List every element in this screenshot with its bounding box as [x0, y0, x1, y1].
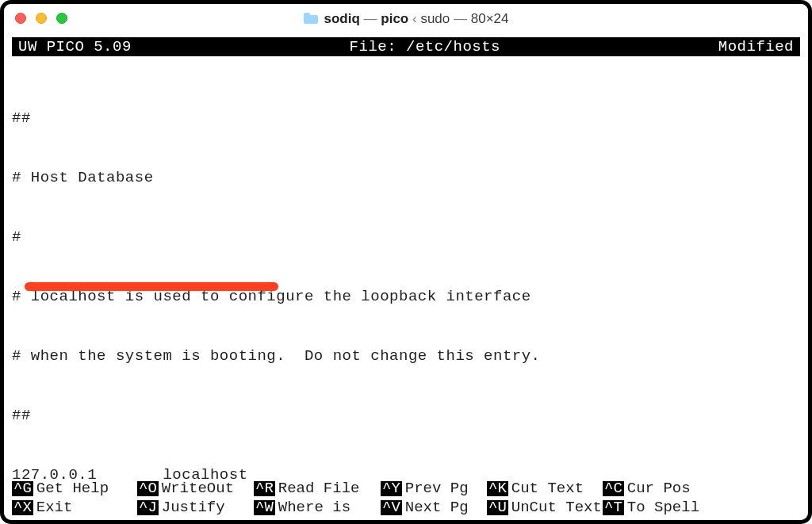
key-read-file[interactable]: ^RRead File — [254, 481, 381, 496]
key-code: ^W — [254, 500, 275, 515]
window-title: sodiq — pico ‹ sudo — 80×24 — [4, 12, 808, 25]
key-uncut-text[interactable]: ^UUnCut Text — [487, 500, 603, 515]
file-line: # — [12, 228, 800, 247]
key-exit[interactable]: ^XExit — [12, 500, 137, 515]
key-cur-pos[interactable]: ^CCur Pos — [603, 481, 718, 496]
terminal-window: sodiq — pico ‹ sudo — 80×24 UW PICO 5.09… — [0, 0, 812, 524]
maximize-button[interactable] — [56, 13, 67, 24]
key-label: Get Help — [33, 481, 109, 496]
key-justify[interactable]: ^JJustify — [137, 500, 254, 515]
file-line: # when the system is booting. Do not cha… — [12, 346, 800, 366]
editor-area[interactable]: UW PICO 5.09 File: /etc/hosts Modified #… — [12, 37, 800, 517]
key-code: ^R — [254, 481, 275, 496]
window-titlebar: sodiq — pico ‹ sudo — 80×24 — [4, 4, 808, 33]
annotation-underline — [25, 282, 278, 291]
key-code: ^O — [137, 481, 159, 496]
key-writeout[interactable]: ^OWriteOut — [137, 481, 254, 496]
pico-status: Modified — [718, 40, 794, 55]
key-label: Justify — [159, 500, 225, 515]
folder-icon — [304, 13, 318, 24]
key-code: ^U — [487, 500, 508, 515]
title-size: 80×24 — [471, 11, 509, 26]
title-folder: sodiq — [324, 11, 360, 26]
title-sep1: — — [364, 11, 381, 26]
key-code: ^Y — [381, 481, 402, 496]
key-code: ^X — [12, 500, 33, 515]
title-via: sudo — [420, 11, 450, 26]
key-label: WriteOut — [159, 481, 234, 496]
key-code: ^G — [12, 481, 33, 496]
key-label: Where is — [275, 500, 350, 515]
pico-file-label-text: File: — [350, 38, 397, 55]
pico-file-path: /etc/hosts — [406, 38, 500, 55]
title-process: pico — [381, 11, 408, 26]
minimize-button[interactable] — [36, 13, 47, 24]
key-label: Next Pg — [402, 500, 469, 515]
key-code: ^T — [603, 500, 624, 515]
key-label: UnCut Text — [508, 500, 602, 515]
key-code: ^J — [137, 500, 159, 515]
key-cut-text[interactable]: ^KCut Text — [487, 481, 603, 496]
key-code: ^K — [487, 481, 508, 496]
title-sep2: ‹ — [412, 11, 420, 26]
key-prev-pg[interactable]: ^YPrev Pg — [381, 481, 487, 496]
key-next-pg[interactable]: ^VNext Pg — [381, 500, 487, 515]
key-label: Read File — [275, 481, 360, 496]
close-button[interactable] — [15, 13, 26, 24]
traffic-lights — [15, 13, 67, 24]
key-get-help[interactable]: ^GGet Help — [12, 481, 137, 496]
pico-header-bar: UW PICO 5.09 File: /etc/hosts Modified — [12, 37, 800, 56]
file-line: # Host Database — [12, 168, 800, 188]
file-line: ## — [12, 109, 800, 128]
file-line: ## — [12, 406, 800, 426]
footer-row-2: ^XExit ^JJustify ^WWhere is ^VNext Pg ^U… — [12, 498, 800, 517]
key-label: Prev Pg — [402, 481, 469, 496]
key-code: ^V — [381, 500, 402, 515]
pico-footer: ^GGet Help ^OWriteOut ^RRead File ^YPrev… — [12, 479, 800, 517]
key-code: ^C — [603, 481, 624, 496]
key-to-spell[interactable]: ^TTo Spell — [603, 500, 718, 515]
key-where-is[interactable]: ^WWhere is — [254, 500, 381, 515]
title-sep3: — — [454, 11, 471, 26]
key-label: Exit — [33, 500, 73, 515]
pico-file-label: File: /etc/hosts — [132, 40, 718, 55]
key-label: To Spell — [624, 500, 699, 515]
key-label: Cut Text — [508, 481, 584, 496]
pico-app-name: UW PICO 5.09 — [18, 40, 132, 55]
key-label: Cur Pos — [624, 481, 691, 496]
footer-row-1: ^GGet Help ^OWriteOut ^RRead File ^YPrev… — [12, 479, 800, 498]
